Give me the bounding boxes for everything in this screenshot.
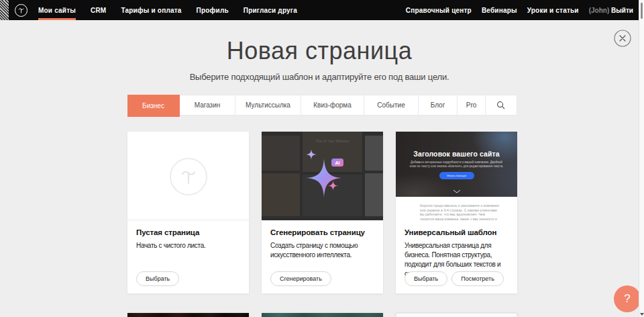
- card-description: Создать страницу с помощью искусственног…: [270, 241, 376, 260]
- search-icon: [496, 101, 505, 109]
- nav-crm[interactable]: CRM: [91, 0, 106, 20]
- topbar-nav-right: Справочный центр Вебинары Уроки и статьи…: [406, 0, 633, 20]
- template-body-text: Коротко представьтесь и расскажите о ком…: [396, 197, 517, 220]
- tab-pro[interactable]: Pro: [458, 95, 486, 115]
- template-card-partial[interactable]: [127, 313, 249, 317]
- logout-link[interactable]: Выйти: [611, 7, 633, 14]
- search-tab[interactable]: [486, 95, 516, 115]
- select-blank-button[interactable]: Выбрать: [136, 271, 179, 286]
- nav-help-center[interactable]: Справочный центр: [406, 0, 472, 20]
- user-logout[interactable]: (John) Выйти: [589, 7, 633, 14]
- scrollbar-thumb[interactable]: [640, 2, 643, 19]
- blank-page-preview: [127, 132, 249, 220]
- page-title: Новая страница: [0, 37, 639, 65]
- card-description: Начать с чистого листа.: [136, 241, 242, 251]
- ai-preview: Title of Your Website AI: [262, 132, 383, 220]
- card-title: Универсальный шаблон: [405, 228, 508, 236]
- template-category-tabs: Бизнес Магазин Мультиссылка Квиз-форма С…: [127, 95, 517, 116]
- tilda-logo-icon: [17, 7, 25, 14]
- topbar: Мои сайты CRM Тарифы и оплата Профиль Пр…: [0, 0, 644, 20]
- template-hero-subheading: Добавьте интересные подробности о вашей …: [409, 161, 504, 168]
- card-title: Пустая страница: [136, 228, 240, 236]
- tab-business[interactable]: Бизнес: [127, 95, 180, 117]
- user-name: (John): [589, 7, 610, 14]
- edge-texture: [0, 0, 9, 20]
- ai-badge: AI: [331, 158, 343, 167]
- nav-my-sites[interactable]: Мои сайты: [38, 0, 76, 20]
- nav-webinars[interactable]: Вебинары: [482, 0, 517, 20]
- template-hero-heading: Заголовок вашего сайта: [396, 150, 517, 158]
- scrollbar-down-arrow[interactable]: [640, 313, 644, 316]
- tilda-watermark: [170, 158, 207, 195]
- card-universal-template[interactable]: Заголовок вашего сайта Добавьте интересн…: [396, 132, 517, 293]
- universal-preview: Заголовок вашего сайта Добавьте интересн…: [396, 132, 517, 220]
- tilda-watermark-icon: [178, 167, 199, 187]
- nav-invite-friend[interactable]: Пригласи друга: [244, 0, 297, 20]
- topbar-nav-left: Мои сайты CRM Тарифы и оплата Профиль Пр…: [38, 0, 297, 20]
- template-cards: Пустая страница Начать с чистого листа. …: [127, 132, 517, 293]
- template-card-partial[interactable]: [396, 313, 517, 317]
- page-subtitle: Выберите подходящий шаблон и адаптируйте…: [0, 72, 639, 82]
- card-title: Сгенерировать страницу: [270, 228, 374, 236]
- sparkle-small-icon: [328, 181, 338, 191]
- help-button[interactable]: ?: [614, 285, 641, 312]
- preview-template-button[interactable]: Посмотреть: [451, 271, 504, 286]
- nav-tariffs[interactable]: Тарифы и оплата: [121, 0, 181, 20]
- template-hero-cta: Узнать больше: [439, 172, 474, 179]
- tilda-logo[interactable]: [15, 4, 28, 17]
- page-scrollbar[interactable]: [639, 0, 644, 317]
- chevron-down-icon: [453, 189, 461, 193]
- nav-lessons[interactable]: Уроки и статьи: [527, 0, 579, 20]
- close-icon: [614, 30, 631, 47]
- tab-store[interactable]: Магазин: [180, 95, 235, 115]
- nav-profile[interactable]: Профиль: [197, 0, 229, 20]
- tab-multilink[interactable]: Мультиссылка: [235, 95, 301, 115]
- template-hero: Заголовок вашего сайта Добавьте интересн…: [396, 132, 517, 197]
- select-template-button[interactable]: Выбрать: [405, 271, 447, 286]
- generate-button[interactable]: Сгенерировать: [270, 271, 331, 286]
- card-blank-page[interactable]: Пустая страница Начать с чистого листа. …: [127, 132, 249, 293]
- tab-quiz-form[interactable]: Квиз-форма: [301, 95, 364, 115]
- template-card-partial[interactable]: [262, 313, 383, 317]
- close-button[interactable]: [614, 30, 631, 47]
- card-ai-generate[interactable]: Title of Your Website AI: [262, 132, 383, 293]
- next-template-row: [127, 313, 517, 317]
- tab-event[interactable]: Событие: [364, 95, 419, 115]
- tab-blog[interactable]: Блог: [419, 95, 458, 115]
